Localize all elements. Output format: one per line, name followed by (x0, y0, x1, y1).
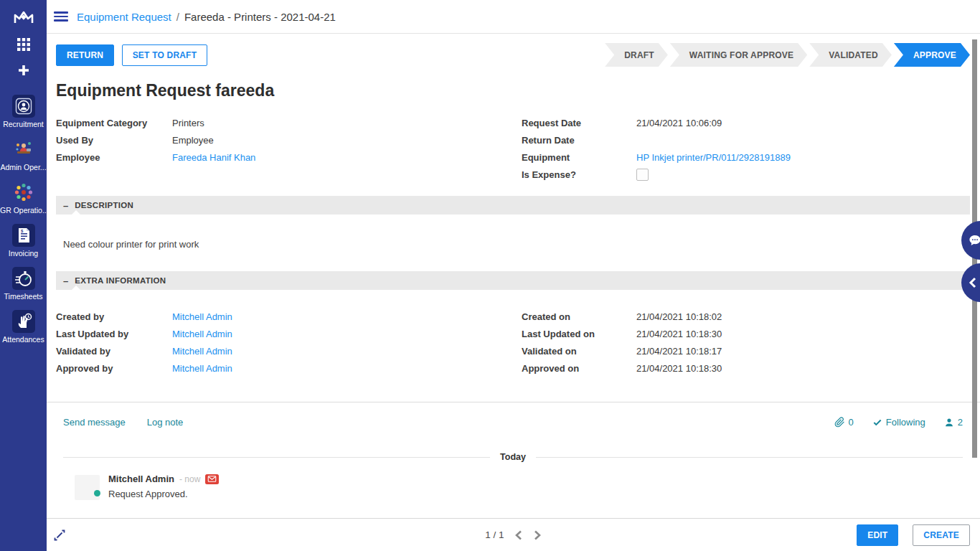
apps-grid-icon[interactable] (0, 32, 47, 57)
message-timestamp: - now (179, 474, 200, 484)
section-header-extra-information[interactable]: – EXTRA INFORMATION (56, 271, 970, 290)
form-sheet: Equipment Request fareeda Equipment Cate… (47, 67, 980, 402)
employee-link[interactable]: Fareeda Hanif Khan (172, 149, 513, 166)
sidebar-item-recruitment[interactable]: Recruitment (0, 90, 47, 133)
main-area: Equipment Request / Fareeda - Printers -… (47, 0, 980, 551)
statusbar: DRAFT WAITING FOR APPROVE VALIDATED APPR… (603, 43, 970, 67)
chat-bubble-icon (969, 235, 980, 246)
sidebar-item-admin-operations[interactable]: Admin Oper... (0, 133, 47, 176)
field-equipment-category: Equipment Category Printers (56, 115, 513, 132)
is-expense-checkbox[interactable] (636, 169, 649, 181)
description-text: Need colour printer for print work (56, 215, 970, 271)
log-note-button[interactable]: Log note (147, 417, 184, 428)
sidebar-item-label: Admin Oper... (0, 163, 47, 171)
admin-operations-icon (12, 138, 35, 161)
field-used-by: Used By Employee (56, 132, 513, 149)
status-step-approve[interactable]: APPROVE (894, 43, 970, 67)
collapse-icon: – (63, 276, 68, 286)
field-approved-by: Approved by Mitchell Admin (56, 360, 513, 377)
field-is-expense: Is Expense? (522, 166, 970, 184)
field-equipment: Equipment HP Inkjet printer/PR/011/29281… (522, 149, 970, 166)
section-notch (72, 286, 80, 290)
timesheets-icon (12, 267, 35, 290)
field-approved-on: Approved on 21/04/2021 10:18:30 (522, 360, 970, 377)
section-header-description[interactable]: – DESCRIPTION (56, 196, 970, 215)
page-title: Equipment Request fareeda (56, 81, 970, 100)
hamburger-icon[interactable] (54, 9, 68, 24)
last-updated-by-link[interactable]: Mitchell Admin (172, 326, 513, 343)
send-message-button[interactable]: Send message (63, 417, 126, 428)
expand-icon[interactable] (54, 529, 65, 541)
field-return-date: Return Date (522, 132, 970, 149)
create-button[interactable]: CREATE (913, 524, 970, 546)
recruitment-icon (12, 95, 35, 118)
sidebar-item-timesheets[interactable]: Timesheets (0, 263, 47, 306)
gr-operations-icon (12, 181, 35, 204)
field-validated-on: Validated on 21/04/2021 10:18:17 (522, 343, 970, 360)
field-grid: Equipment Category Printers Used By Empl… (56, 115, 970, 184)
envelope-icon[interactable] (205, 474, 219, 484)
app-logo-icon[interactable] (0, 6, 47, 32)
attendances-icon (12, 310, 35, 333)
app-sidebar: Recruitment Admin Oper... GR Operatio...… (0, 0, 47, 551)
collapse-icon: – (63, 201, 68, 210)
pager-count: 1 / 1 (485, 529, 504, 540)
sidebar-item-label: Attendances (0, 335, 47, 344)
field-validated-by: Validated by Mitchell Admin (56, 343, 513, 360)
field-created-by: Created by Mitchell Admin (56, 309, 513, 326)
topbar: Equipment Request / Fareeda - Printers -… (47, 0, 980, 34)
return-button[interactable]: RETURN (56, 44, 114, 66)
sidebar-item-gr-operations[interactable]: GR Operatio... (0, 176, 47, 220)
sidebar-item-label: Recruitment (0, 120, 47, 128)
sidebar-item-label: GR Operatio... (0, 206, 47, 215)
breadcrumb-parent[interactable]: Equipment Request (77, 11, 171, 23)
sidebar-item-label: Timesheets (0, 292, 47, 301)
equipment-link[interactable]: HP Inkjet printer/PR/011/2928191889 (636, 149, 970, 166)
invoicing-icon: $ (12, 224, 35, 247)
toolbar: RETURN SET TO DRAFT DRAFT WAITING FOR AP… (47, 34, 980, 67)
field-request-date: Request Date 21/04/2021 10:06:09 (522, 115, 970, 132)
person-icon (944, 418, 954, 428)
plus-icon[interactable] (0, 57, 47, 83)
bottom-bar: 1 / 1 EDIT CREATE (47, 518, 980, 551)
message-item: Mitchell Admin - now Request Approved. (56, 474, 980, 511)
date-divider: Today (63, 452, 963, 462)
section-notch (72, 210, 80, 215)
chevron-left-icon[interactable] (514, 530, 523, 540)
attachments-button[interactable]: 0 (834, 417, 854, 428)
status-step-waiting-for-approve[interactable]: WAITING FOR APPROVE (670, 43, 807, 67)
field-last-updated-on: Last Updated on 21/04/2021 10:18:30 (522, 326, 970, 343)
check-icon (872, 418, 882, 428)
validated-by-link[interactable]: Mitchell Admin (172, 343, 513, 360)
status-step-validated[interactable]: VALIDATED (809, 43, 892, 67)
sidebar-item-label: Invoicing (0, 249, 47, 258)
action-buttons: RETURN SET TO DRAFT (56, 44, 207, 66)
chevron-left-icon (969, 277, 977, 288)
tracking-dot-icon (94, 490, 100, 496)
approved-by-link[interactable]: Mitchell Admin (172, 360, 513, 377)
sidebar-item-invoicing[interactable]: $ Invoicing (0, 220, 47, 263)
paperclip-icon (834, 417, 845, 428)
sidebar-item-attendances[interactable]: Attendances (0, 306, 47, 349)
field-employee: Employee Fareeda Hanif Khan (56, 149, 513, 166)
set-to-draft-button[interactable]: SET TO DRAFT (122, 44, 208, 66)
breadcrumb-separator: / (176, 11, 179, 23)
field-created-on: Created on 21/04/2021 10:18:02 (522, 309, 970, 326)
chevron-right-icon[interactable] (533, 530, 542, 540)
edit-button[interactable]: EDIT (857, 524, 898, 546)
pager: 1 / 1 (47, 529, 980, 540)
followers-button[interactable]: 2 (944, 417, 963, 428)
message-body: Request Approved. (108, 489, 188, 499)
following-button[interactable]: Following (872, 417, 925, 428)
status-step-draft[interactable]: DRAFT (605, 43, 668, 67)
field-last-updated-by: Last Updated by Mitchell Admin (56, 326, 513, 343)
created-by-link[interactable]: Mitchell Admin (172, 309, 513, 326)
message-author[interactable]: Mitchell Admin (108, 474, 174, 484)
breadcrumb-current: Fareeda - Printers - 2021-04-21 (184, 11, 336, 23)
